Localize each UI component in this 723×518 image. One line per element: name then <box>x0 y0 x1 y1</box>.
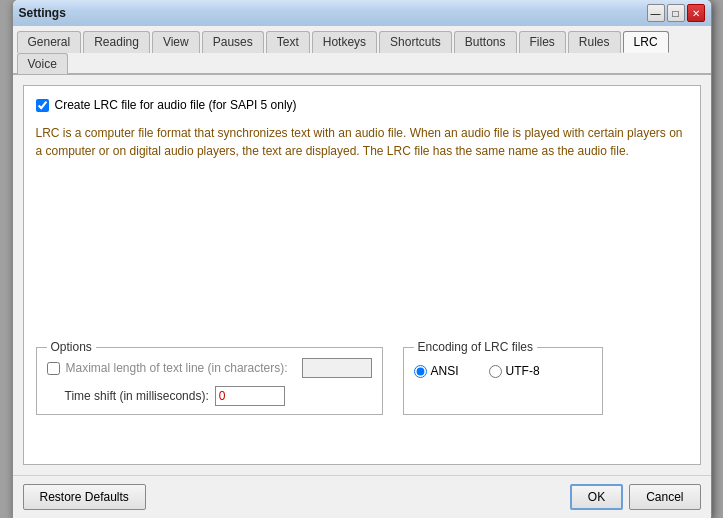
footer: Restore Defaults OK Cancel <box>13 475 711 518</box>
create-lrc-row: Create LRC file for audio file (for SAPI… <box>36 98 688 112</box>
tab-lrc[interactable]: LRC <box>623 31 669 53</box>
minimize-icon: — <box>651 8 661 19</box>
settings-window: Settings — □ ✕ General Reading View Paus… <box>12 0 712 518</box>
utf8-option: UTF-8 <box>489 364 540 378</box>
maximize-icon: □ <box>672 8 678 19</box>
cancel-button[interactable]: Cancel <box>629 484 700 510</box>
tab-general[interactable]: General <box>17 31 82 53</box>
window-title: Settings <box>19 6 66 20</box>
encoding-legend: Encoding of LRC files <box>414 340 537 354</box>
ansi-label: ANSI <box>431 364 459 378</box>
title-bar: Settings — □ ✕ <box>13 0 711 26</box>
content-area: Create LRC file for audio file (for SAPI… <box>13 75 711 475</box>
tab-hotkeys[interactable]: Hotkeys <box>312 31 377 53</box>
close-icon: ✕ <box>692 8 700 19</box>
maximal-length-checkbox[interactable] <box>47 362 60 375</box>
time-shift-input[interactable] <box>215 386 285 406</box>
options-legend: Options <box>47 340 96 354</box>
footer-right: OK Cancel <box>570 484 701 510</box>
maximal-length-input[interactable]: 150 <box>302 358 372 378</box>
maximal-length-label: Maximal length of text line (in characte… <box>66 361 288 375</box>
lrc-description: LRC is a computer file format that synch… <box>36 124 688 160</box>
tab-buttons[interactable]: Buttons <box>454 31 517 53</box>
bottom-sections: Options Maximal length of text line (in … <box>36 340 688 415</box>
tab-bar: General Reading View Pauses Text Hotkeys… <box>13 26 711 75</box>
create-lrc-label: Create LRC file for audio file (for SAPI… <box>55 98 297 112</box>
maximize-button[interactable]: □ <box>667 4 685 22</box>
tab-text[interactable]: Text <box>266 31 310 53</box>
inner-panel: Create LRC file for audio file (for SAPI… <box>23 85 701 465</box>
time-shift-row: Time shift (in milliseconds): <box>47 386 372 406</box>
encoding-radio-row: ANSI UTF-8 <box>414 364 592 378</box>
restore-defaults-button[interactable]: Restore Defaults <box>23 484 146 510</box>
close-button[interactable]: ✕ <box>687 4 705 22</box>
tab-shortcuts[interactable]: Shortcuts <box>379 31 452 53</box>
utf8-label: UTF-8 <box>506 364 540 378</box>
maximal-length-row: Maximal length of text line (in characte… <box>47 358 372 378</box>
ansi-option: ANSI <box>414 364 459 378</box>
minimize-button[interactable]: — <box>647 4 665 22</box>
options-group: Options Maximal length of text line (in … <box>36 340 383 415</box>
utf8-radio[interactable] <box>489 365 502 378</box>
title-bar-controls: — □ ✕ <box>647 4 705 22</box>
tab-reading[interactable]: Reading <box>83 31 150 53</box>
encoding-group: Encoding of LRC files ANSI UTF-8 <box>403 340 603 415</box>
tab-voice[interactable]: Voice <box>17 53 68 74</box>
ok-button[interactable]: OK <box>570 484 623 510</box>
tab-files[interactable]: Files <box>519 31 566 53</box>
tab-view[interactable]: View <box>152 31 200 53</box>
tab-rules[interactable]: Rules <box>568 31 621 53</box>
ansi-radio[interactable] <box>414 365 427 378</box>
time-shift-label: Time shift (in milliseconds): <box>65 389 209 403</box>
create-lrc-checkbox[interactable] <box>36 99 49 112</box>
tab-pauses[interactable]: Pauses <box>202 31 264 53</box>
